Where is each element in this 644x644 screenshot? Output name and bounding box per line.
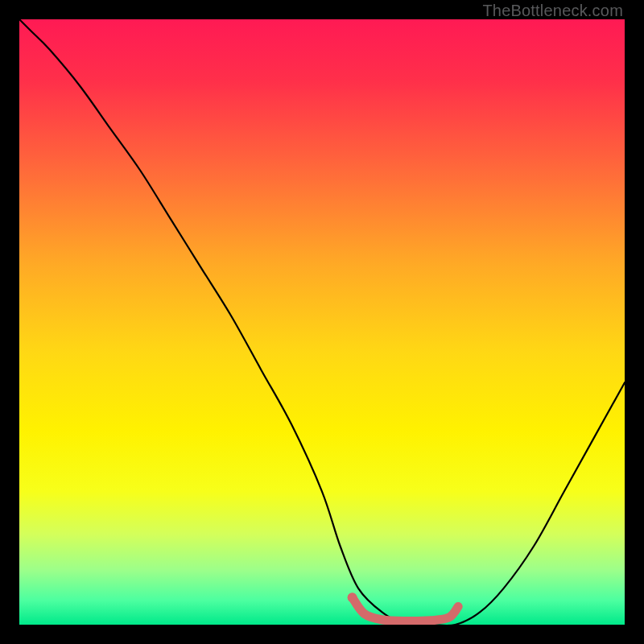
chart-svg bbox=[19, 19, 625, 625]
attribution-label: TheBottleneck.com bbox=[482, 2, 623, 20]
optimal-range-start-dot bbox=[348, 592, 357, 602]
gradient-background bbox=[19, 19, 625, 625]
chart-frame bbox=[19, 19, 625, 625]
